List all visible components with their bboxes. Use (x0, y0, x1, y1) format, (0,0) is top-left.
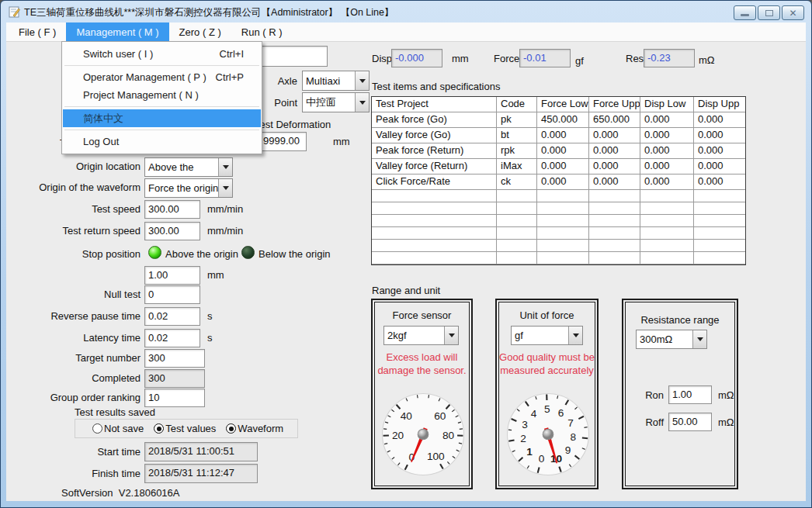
empty-cell (694, 252, 745, 264)
chevron-down-icon (568, 327, 582, 344)
empty-cell (640, 240, 694, 252)
menu-item-2[interactable]: Operator Management ( P )Ctrl+P (63, 68, 261, 86)
table-cell[interactable]: 0.000 (694, 128, 745, 143)
empty-cell (537, 190, 589, 202)
table-cell[interactable]: 0.000 (589, 175, 640, 190)
table-cell[interactable]: 0.000 (694, 175, 745, 190)
menu-item-3[interactable]: Project Management ( N ) (63, 86, 261, 104)
table-cell[interactable]: 0.000 (640, 175, 694, 190)
minimize-button[interactable] (734, 5, 756, 20)
column-header: Test Project (372, 97, 497, 112)
axle-select[interactable]: Multiaxi (302, 71, 370, 91)
menu-item-0[interactable]: File ( F ) (9, 22, 66, 41)
close-button[interactable]: ✕ (782, 5, 804, 20)
test-deformation-label: Test Deformation (255, 119, 331, 130)
res-label: Res (626, 53, 644, 64)
gauge-label: 1 (526, 446, 533, 458)
empty-cell (537, 202, 589, 215)
stop-position-led-off[interactable] (241, 246, 255, 259)
test-return-speed-input[interactable]: 300.00 (144, 222, 200, 240)
point-select[interactable]: 中控面 (302, 92, 370, 112)
menu-item-1[interactable]: Management ( M ) (66, 22, 168, 41)
point-value: 中控面 (303, 95, 355, 109)
resistance-range-select[interactable]: 300mΩ (636, 330, 707, 349)
test-deformation-input[interactable]: 9999.00 (259, 132, 307, 151)
null-test-input[interactable]: 0 (144, 285, 200, 304)
maximize-button[interactable] (758, 5, 780, 20)
stop-distance-unit: mm (207, 269, 224, 281)
menu-item-5[interactable]: 简体中文 (63, 109, 261, 127)
table-cell[interactable]: 0.000 (640, 112, 694, 128)
table-cell[interactable]: rpk (497, 143, 537, 159)
menu-item-shortcut: Ctrl+I (220, 48, 244, 60)
res-readout: -0.23 (644, 49, 695, 67)
menu-item-3[interactable]: Run ( R ) (231, 22, 293, 41)
table-cell[interactable]: Valley force (Go) (372, 128, 497, 143)
stop-distance-input[interactable]: 1.00 (144, 266, 200, 285)
gauge-label: 8 (571, 431, 577, 443)
menu-item-2[interactable]: Zero ( Z ) (169, 22, 231, 41)
empty-cell (537, 227, 589, 240)
reverse-pause-time-input[interactable]: 0.02 (144, 307, 200, 326)
latency-time-input[interactable]: 0.02 (144, 329, 200, 347)
group-order-ranking-input[interactable]: 10 (144, 389, 205, 407)
table-cell[interactable]: 0.000 (640, 159, 694, 175)
table-cell[interactable]: pk (497, 112, 537, 128)
table-cell[interactable]: 0.000 (537, 159, 589, 175)
stop-position-led-on[interactable] (148, 246, 161, 259)
roff-input[interactable]: 50.00 (668, 413, 712, 431)
product-input[interactable] (259, 46, 328, 67)
table-cell[interactable]: Peak force (Return) (372, 143, 497, 159)
table-cell[interactable]: 0.000 (589, 128, 640, 143)
menu-item-label: Switch user ( I ) (83, 48, 153, 60)
radio-option-2[interactable]: Waveform (226, 423, 283, 434)
stop-position-option-label: Above the origin (165, 248, 238, 260)
table-cell[interactable]: 0.000 (589, 143, 640, 159)
radio-icon (154, 423, 164, 434)
test-speed-input[interactable]: 300.00 (144, 200, 200, 219)
table-cell[interactable]: 0.000 (694, 159, 745, 175)
table-cell[interactable]: 0.000 (537, 175, 589, 190)
menu-item-0[interactable]: Switch user ( I )Ctrl+I (63, 45, 261, 63)
gauge-label: 2 (520, 433, 526, 444)
force-sensor-select[interactable]: 2kgf (383, 326, 459, 345)
disp-label: Disp (372, 53, 392, 64)
force-sensor-gauge: 020406080100 (374, 385, 472, 486)
table-cell[interactable]: 0.000 (694, 143, 745, 159)
column-header: Force Upp (589, 97, 640, 112)
table-cell[interactable]: 0.000 (640, 143, 694, 159)
ron-input[interactable]: 1.00 (668, 385, 712, 404)
stop-position-label: Stop position (16, 248, 141, 260)
table-cell[interactable]: 650.000 (589, 112, 640, 128)
gauge-label: 60 (434, 410, 446, 422)
target-number-input[interactable]: 300 (144, 349, 205, 368)
table-cell[interactable]: bt (497, 128, 537, 143)
radio-option-1[interactable]: Test values (154, 423, 216, 434)
table-cell[interactable]: Click Force/Rate (372, 175, 497, 190)
menu-item-label: Log Out (83, 136, 119, 147)
radio-icon (226, 423, 236, 434)
table-cell[interactable]: 450.000 (537, 112, 589, 128)
force-sensor-warning: Excess load will damage the sensor. (374, 351, 470, 378)
table-cell[interactable]: Peak force (Go) (372, 112, 497, 128)
table-cell[interactable]: 0.000 (694, 112, 745, 128)
table-cell[interactable]: iMax (497, 159, 537, 175)
radio-option-0[interactable]: Not save (92, 423, 144, 434)
table-cell[interactable]: 0.000 (640, 128, 694, 143)
empty-cell (497, 252, 537, 264)
reverse-pause-time-unit: s (207, 310, 213, 322)
empty-cell (372, 215, 497, 227)
table-cell[interactable]: 0.000 (589, 159, 640, 175)
table-cell[interactable]: Valley force (Return) (372, 159, 497, 175)
origin-location-select[interactable]: Above the (144, 157, 233, 177)
chevron-down-icon (218, 179, 232, 197)
resistance-range-value: 300mΩ (637, 333, 692, 345)
management-menu-dropdown: Switch user ( I )Ctrl+IOperator Manageme… (61, 41, 262, 154)
table-cell[interactable]: 0.000 (537, 128, 589, 143)
unit-of-force-select[interactable]: gf (511, 326, 583, 345)
table-cell[interactable]: 0.000 (537, 143, 589, 159)
gauge-label: 20 (392, 430, 404, 441)
table-cell[interactable]: ck (497, 175, 537, 190)
origin-waveform-select[interactable]: Force the origin (144, 178, 233, 198)
menu-item-7[interactable]: Log Out (63, 133, 261, 150)
